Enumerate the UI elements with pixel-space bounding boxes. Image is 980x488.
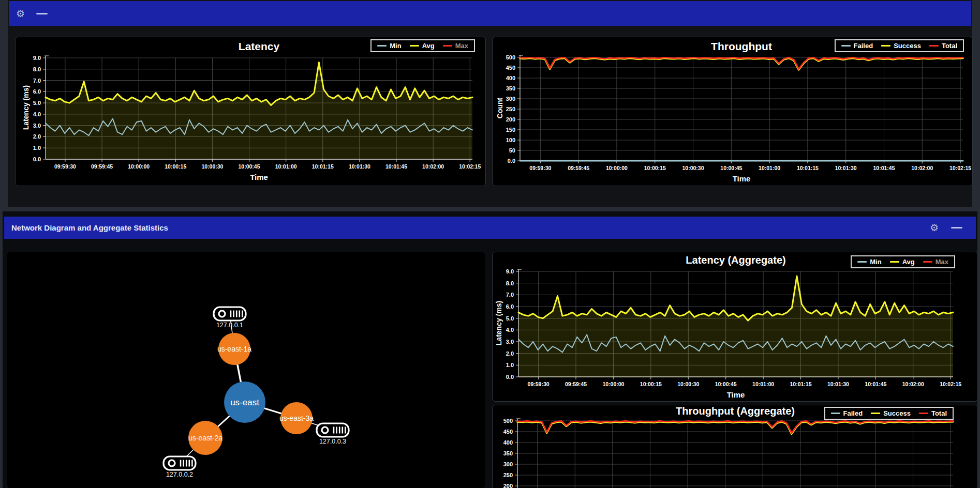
node-label: us-east-2a (188, 434, 222, 442)
legend-swatch (377, 45, 387, 47)
legend-swatch (919, 413, 928, 414)
x-tick-label: 10:00:30 (201, 163, 223, 170)
y-tick-label: 7.0 (506, 292, 514, 298)
network-diagram[interactable]: 127.0.0.1127.0.0.2127.0.0.3us-eastus-eas… (7, 252, 485, 488)
node-label: us-east-1a (217, 345, 251, 353)
legend-item-failed[interactable]: Failed (841, 42, 873, 50)
legend-label: Max (936, 258, 948, 266)
panel1-header: ⚙ (9, 1, 971, 26)
legend-item-min[interactable]: Min (857, 258, 881, 266)
server-ip-label: 127.0.0.1 (216, 322, 243, 329)
legend-item-max[interactable]: Max (923, 258, 948, 266)
y-tick-label: 0.0 (33, 156, 41, 162)
y-tick-label: 5.0 (506, 315, 514, 322)
x-tick-label: 10:00:30 (682, 165, 704, 171)
x-tick-label: 10:02:00 (911, 165, 933, 171)
y-tick-label: 400 (503, 439, 513, 446)
legend-item-min[interactable]: Min (377, 42, 401, 50)
y-tick-label: 350 (506, 85, 515, 91)
x-tick-label: 10:00:15 (165, 163, 186, 170)
minimize-icon[interactable] (36, 13, 48, 14)
legend-item-failed[interactable]: Failed (831, 409, 863, 417)
legend-item-total[interactable]: Total (919, 409, 947, 417)
x-tick-label: 10:00:45 (715, 381, 737, 387)
server-icon[interactable] (317, 423, 349, 437)
chart-legend: FailedSuccessTotal (824, 407, 954, 420)
legend-item-total[interactable]: Total (929, 42, 957, 50)
legend-swatch (831, 413, 840, 414)
legend-item-success[interactable]: Success (871, 409, 911, 417)
y-tick-label: 4.0 (33, 111, 41, 117)
legend-label: Max (455, 42, 468, 50)
x-tick-label: 10:00:15 (644, 165, 666, 171)
x-tick-label: 10:02:15 (949, 165, 971, 171)
x-tick-label: 10:02:00 (422, 163, 444, 170)
legend-label: Avg (422, 42, 435, 50)
legend-label: Total (931, 409, 947, 417)
y-tick-label: 0.0 (506, 374, 514, 380)
legend-item-avg[interactable]: Avg (410, 42, 435, 50)
y-tick-label: 450 (503, 429, 513, 435)
gear-icon[interactable]: ⚙ (930, 223, 939, 233)
legend-swatch (890, 261, 899, 263)
dashboard: ⚙ LatencyMinAvgMaxLatency (ms)Time09:59:… (0, 0, 980, 488)
latency-throughput-panel: ⚙ LatencyMinAvgMaxLatency (ms)Time09:59:… (8, 0, 972, 207)
legend-swatch (923, 261, 932, 263)
x-tick-label: 10:00:45 (720, 165, 742, 171)
latency-aggregate-chart-box: Latency (Aggregate)MinAvgMaxLatency (ms)… (492, 252, 978, 402)
y-tick-label: 500 (506, 54, 515, 60)
x-tick-label: 09:59:45 (568, 165, 589, 171)
legend-label: Failed (843, 409, 863, 417)
series-fill-avg (518, 276, 953, 377)
legend-swatch (929, 45, 939, 47)
x-tick-label: 10:01:30 (827, 381, 849, 387)
throughput-chart-box: ThroughputFailedSuccessTotalCountTime09:… (492, 37, 973, 186)
x-tick-label: 10:01:45 (385, 163, 407, 170)
gear-icon[interactable]: ⚙ (16, 9, 25, 19)
network-aggregate-panel: Network Diagram and Aggregate Statistics… (3, 211, 977, 488)
y-tick-label: 5.0 (33, 100, 41, 106)
minimize-icon[interactable] (951, 227, 962, 228)
latency-chart-box: LatencyMinAvgMaxLatency (ms)Time09:59:30… (15, 37, 486, 186)
server-icon[interactable] (214, 307, 246, 321)
x-tick-label: 09:59:30 (528, 381, 550, 387)
series-line-success (517, 422, 953, 434)
legend-item-success[interactable]: Success (881, 42, 921, 50)
x-tick-label: 10:02:15 (459, 163, 481, 170)
chart-canvas[interactable]: 09:59:3009:59:4510:00:0010:00:1510:00:30… (16, 37, 485, 186)
panel2-header: Network Diagram and Aggregate Statistics… (4, 217, 976, 239)
legend-item-avg[interactable]: Avg (890, 258, 915, 266)
x-tick-label: 10:01:30 (835, 165, 857, 171)
y-tick-label: 2.0 (506, 350, 514, 357)
legend-swatch (871, 413, 880, 414)
x-tick-label: 10:01:45 (873, 165, 895, 171)
y-tick-label: 4.0 (506, 327, 514, 333)
x-tick-label: 10:01:00 (752, 381, 774, 387)
legend-swatch (410, 45, 419, 47)
chart-canvas[interactable]: 09:59:3009:59:4510:00:0010:00:1510:00:30… (493, 252, 977, 401)
chart-legend: FailedSuccessTotal (835, 39, 964, 52)
y-tick-label: 250 (506, 106, 515, 112)
x-tick-label: 10:00:00 (606, 165, 628, 171)
chart-canvas[interactable]: 09:59:3009:59:4510:00:0010:00:1510:00:30… (493, 37, 972, 186)
x-tick-label: 10:01:15 (797, 165, 819, 171)
y-tick-label: 450 (506, 65, 515, 71)
y-tick-label: 8.0 (506, 280, 514, 286)
y-tick-label: 2.0 (33, 133, 41, 140)
server-ip-label: 127.0.0.3 (319, 438, 346, 445)
x-tick-label: 10:01:30 (349, 163, 370, 170)
y-tick-label: 300 (506, 96, 515, 102)
x-tick-label: 10:00:00 (602, 381, 624, 387)
server-ip-label: 127.0.0.2 (166, 471, 193, 478)
y-tick-label: 6.0 (506, 303, 514, 310)
y-tick-label: 0.0 (508, 158, 515, 164)
server-icon[interactable] (164, 456, 196, 470)
legend-label: Total (942, 42, 957, 50)
x-tick-label: 10:01:00 (759, 165, 780, 171)
network-canvas[interactable]: 127.0.0.1127.0.0.2127.0.0.3us-eastus-eas… (7, 252, 485, 488)
x-tick-label: 09:59:30 (54, 163, 76, 170)
y-tick-label: 350 (503, 450, 513, 456)
legend-label: Failed (854, 42, 873, 50)
legend-item-max[interactable]: Max (443, 42, 468, 50)
chart-legend: MinAvgMax (851, 255, 955, 268)
